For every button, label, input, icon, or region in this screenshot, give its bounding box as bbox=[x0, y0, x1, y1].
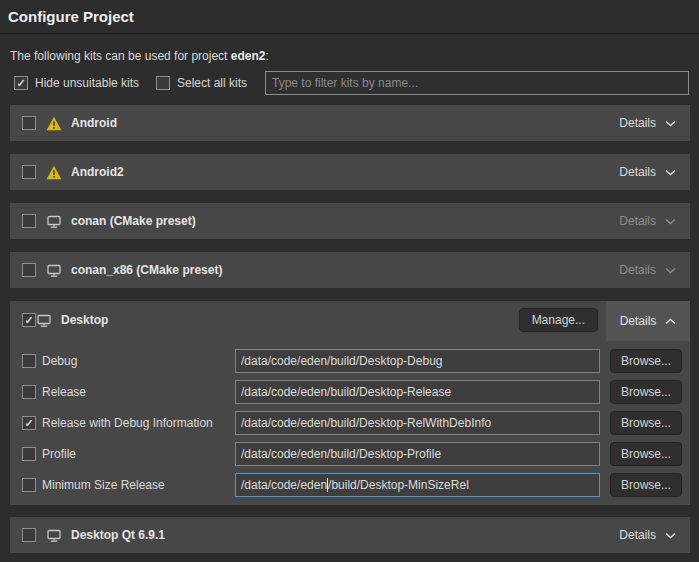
config-label: Release bbox=[42, 380, 86, 404]
hide-unsuitable-kits-label: Hide unsuitable kits bbox=[35, 76, 139, 90]
config-label: Release with Debug Information bbox=[42, 411, 213, 435]
select-all-kits-control: Select all kits bbox=[156, 76, 247, 90]
kit-checkbox[interactable] bbox=[22, 528, 36, 542]
kit-row-android2[interactable]: Android2 Details bbox=[10, 154, 690, 190]
desktop-icon bbox=[36, 313, 52, 328]
title-separator bbox=[0, 33, 699, 34]
build-dir-input[interactable] bbox=[235, 349, 600, 373]
details-label: Details bbox=[619, 165, 656, 179]
hide-unsuitable-kits-control: Hide unsuitable kits bbox=[14, 76, 139, 90]
kit-checkbox[interactable] bbox=[22, 263, 36, 277]
path-after-caret: /build/Desktop-MinSizeRel bbox=[328, 478, 469, 492]
kit-name: Android2 bbox=[71, 165, 124, 179]
desktop-icon bbox=[46, 214, 62, 229]
kit-row-conan-x86[interactable]: conan_x86 (CMake preset) Details bbox=[10, 252, 690, 288]
kit-row-desktop-qt[interactable]: Desktop Qt 6.9.1 Details bbox=[10, 517, 690, 553]
manage-button[interactable]: Manage... bbox=[519, 308, 598, 332]
desktop-icon bbox=[46, 528, 62, 543]
intro-text: The following kits can be used for proje… bbox=[10, 49, 269, 63]
config-checkbox[interactable] bbox=[22, 478, 36, 492]
page-title: Configure Project bbox=[8, 8, 134, 25]
build-config-row-relwithdebinfo: Release with Debug Information Browse... bbox=[10, 411, 690, 435]
kit-filter-input[interactable] bbox=[265, 71, 689, 95]
kit-checkbox[interactable] bbox=[22, 313, 36, 327]
path-before-caret: /data/code/eden bbox=[241, 478, 327, 492]
kit-name: Desktop bbox=[61, 313, 108, 327]
config-label: Profile bbox=[42, 442, 76, 466]
details-toggle: Details bbox=[619, 263, 676, 277]
details-label: Details bbox=[619, 528, 656, 542]
intro-before: The following kits can be used for proje… bbox=[10, 49, 231, 63]
browse-button[interactable]: Browse... bbox=[610, 380, 682, 404]
details-label: Details bbox=[619, 116, 656, 130]
browse-button[interactable]: Browse... bbox=[610, 349, 682, 373]
kit-checkbox[interactable] bbox=[22, 116, 36, 130]
kit-name: conan_x86 (CMake preset) bbox=[71, 263, 222, 277]
build-dir-input-focused[interactable]: /data/code/eden/build/Desktop-MinSizeRel bbox=[235, 473, 600, 497]
configure-project-page: Configure Project The following kits can… bbox=[0, 0, 699, 562]
kit-panel-desktop: Details Desktop Manage... Debug Browse..… bbox=[10, 301, 690, 505]
build-config-row-profile: Profile Browse... bbox=[10, 442, 690, 466]
build-dir-input[interactable] bbox=[235, 380, 600, 404]
config-checkbox[interactable] bbox=[22, 416, 36, 430]
build-config-row-debug: Debug Browse... bbox=[10, 349, 690, 373]
intro-after: : bbox=[265, 49, 268, 63]
kit-name: conan (CMake preset) bbox=[71, 214, 196, 228]
kit-checkbox[interactable] bbox=[22, 165, 36, 179]
config-checkbox[interactable] bbox=[22, 385, 36, 399]
chevron-down-icon bbox=[665, 120, 676, 127]
build-config-row-minsizerel: Minimum Size Release /data/code/eden/bui… bbox=[10, 473, 690, 497]
config-label: Minimum Size Release bbox=[42, 473, 165, 497]
warning-icon bbox=[46, 116, 62, 131]
kit-name: Android bbox=[71, 116, 117, 130]
project-name: eden2 bbox=[231, 49, 266, 63]
select-all-kits-label: Select all kits bbox=[177, 76, 247, 90]
browse-button[interactable]: Browse... bbox=[610, 473, 682, 497]
kit-checkbox[interactable] bbox=[22, 214, 36, 228]
warning-icon bbox=[46, 165, 62, 180]
details-toggle: Details bbox=[619, 214, 676, 228]
chevron-down-icon bbox=[665, 169, 676, 176]
details-label: Details bbox=[619, 263, 656, 277]
details-label: Details bbox=[619, 214, 656, 228]
kit-name: Desktop Qt 6.9.1 bbox=[71, 528, 165, 542]
hide-unsuitable-kits-checkbox[interactable] bbox=[14, 76, 28, 90]
kit-row-android[interactable]: Android Details bbox=[10, 105, 690, 141]
desktop-icon bbox=[46, 263, 62, 278]
chevron-down-icon bbox=[665, 532, 676, 539]
build-dir-input[interactable] bbox=[235, 411, 600, 435]
details-toggle[interactable]: Details bbox=[619, 165, 676, 179]
config-checkbox[interactable] bbox=[22, 447, 36, 461]
chevron-down-icon bbox=[665, 218, 676, 225]
browse-button[interactable]: Browse... bbox=[610, 411, 682, 435]
details-toggle[interactable]: Details bbox=[619, 528, 676, 542]
build-dir-input[interactable] bbox=[235, 442, 600, 466]
details-toggle[interactable]: Details bbox=[619, 116, 676, 130]
kit-row-conan[interactable]: conan (CMake preset) Details bbox=[10, 203, 690, 239]
build-config-row-release: Release Browse... bbox=[10, 380, 690, 404]
select-all-kits-checkbox[interactable] bbox=[156, 76, 170, 90]
chevron-down-icon bbox=[665, 267, 676, 274]
config-label: Debug bbox=[42, 349, 77, 373]
browse-button[interactable]: Browse... bbox=[610, 442, 682, 466]
config-checkbox[interactable] bbox=[22, 354, 36, 368]
